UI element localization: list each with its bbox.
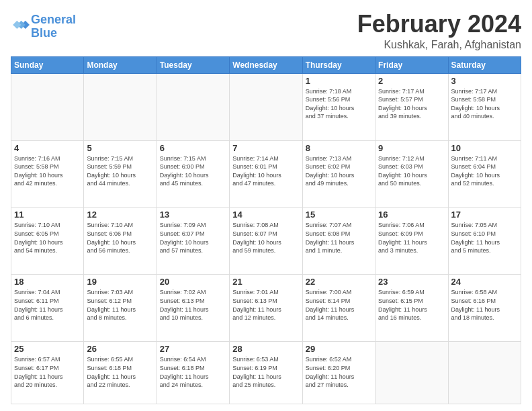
day-info: Sunrise: 7:15 AMSunset: 5:59 PMDaylight:… xyxy=(87,154,153,188)
table-row xyxy=(375,342,448,404)
calendar-week-0: 1Sunrise: 7:18 AMSunset: 5:56 PMDaylight… xyxy=(11,73,521,140)
day-number: 8 xyxy=(306,143,372,153)
table-row: 10Sunrise: 7:11 AMSunset: 6:04 PMDayligh… xyxy=(448,140,521,208)
table-row: 29Sunrise: 6:52 AMSunset: 6:20 PMDayligh… xyxy=(302,342,375,404)
calendar-week-4: 25Sunrise: 6:57 AMSunset: 6:17 PMDayligh… xyxy=(11,342,521,404)
table-row: 24Sunrise: 6:58 AMSunset: 6:16 PMDayligh… xyxy=(448,275,521,342)
calendar-week-3: 18Sunrise: 7:04 AMSunset: 6:11 PMDayligh… xyxy=(11,275,521,342)
calendar-week-1: 4Sunrise: 7:16 AMSunset: 5:58 PMDaylight… xyxy=(11,140,521,208)
day-info: Sunrise: 7:03 AMSunset: 6:12 PMDaylight:… xyxy=(87,288,153,322)
day-number: 19 xyxy=(87,277,153,287)
day-number: 27 xyxy=(160,344,226,354)
day-info: Sunrise: 7:12 AMSunset: 6:03 PMDaylight:… xyxy=(378,154,445,188)
day-info: Sunrise: 7:14 AMSunset: 6:01 PMDaylight:… xyxy=(232,154,299,188)
title-block: February 2024 Kushkak, Farah, Afghanista… xyxy=(357,11,521,51)
page: General Blue February 2024 Kushkak, Fara… xyxy=(0,0,532,411)
day-info: Sunrise: 6:53 AMSunset: 6:19 PMDaylight:… xyxy=(232,355,299,389)
table-row: 1Sunrise: 7:18 AMSunset: 5:56 PMDaylight… xyxy=(302,73,375,140)
logo-icon xyxy=(11,17,30,36)
table-row: 13Sunrise: 7:09 AMSunset: 6:07 PMDayligh… xyxy=(157,208,229,275)
day-info: Sunrise: 7:09 AMSunset: 6:07 PMDaylight:… xyxy=(160,221,226,255)
day-info: Sunrise: 6:57 AMSunset: 6:17 PMDaylight:… xyxy=(14,355,81,389)
table-row: 16Sunrise: 7:06 AMSunset: 6:09 PMDayligh… xyxy=(375,208,448,275)
day-info: Sunrise: 7:16 AMSunset: 5:58 PMDaylight:… xyxy=(14,154,81,188)
col-tuesday: Tuesday xyxy=(157,56,229,73)
table-row xyxy=(157,73,229,140)
logo-blue: Blue xyxy=(31,26,57,40)
table-row: 18Sunrise: 7:04 AMSunset: 6:11 PMDayligh… xyxy=(11,275,84,342)
day-number: 15 xyxy=(306,210,372,220)
calendar-table: Sunday Monday Tuesday Wednesday Thursday… xyxy=(11,56,521,404)
day-number: 4 xyxy=(14,143,81,153)
table-row: 14Sunrise: 7:08 AMSunset: 6:07 PMDayligh… xyxy=(230,208,302,275)
col-saturday: Saturday xyxy=(448,56,521,73)
table-row: 8Sunrise: 7:13 AMSunset: 6:02 PMDaylight… xyxy=(302,140,375,208)
day-info: Sunrise: 7:10 AMSunset: 6:06 PMDaylight:… xyxy=(87,221,153,255)
day-number: 24 xyxy=(451,277,518,287)
day-number: 20 xyxy=(160,277,226,287)
day-number: 5 xyxy=(87,143,153,153)
day-info: Sunrise: 6:59 AMSunset: 6:15 PMDaylight:… xyxy=(378,288,445,322)
day-info: Sunrise: 7:01 AMSunset: 6:13 PMDaylight:… xyxy=(232,288,299,322)
day-number: 1 xyxy=(306,76,372,86)
table-row: 15Sunrise: 7:07 AMSunset: 6:08 PMDayligh… xyxy=(302,208,375,275)
logo-text: General Blue xyxy=(31,13,76,40)
header: General Blue February 2024 Kushkak, Fara… xyxy=(11,11,521,51)
table-row: 12Sunrise: 7:10 AMSunset: 6:06 PMDayligh… xyxy=(84,208,157,275)
day-number: 3 xyxy=(451,76,518,86)
table-row: 28Sunrise: 6:53 AMSunset: 6:19 PMDayligh… xyxy=(230,342,302,404)
day-number: 14 xyxy=(232,210,299,220)
table-row: 4Sunrise: 7:16 AMSunset: 5:58 PMDaylight… xyxy=(11,140,84,208)
day-info: Sunrise: 6:55 AMSunset: 6:18 PMDaylight:… xyxy=(87,355,153,389)
day-info: Sunrise: 6:58 AMSunset: 6:16 PMDaylight:… xyxy=(451,288,518,322)
day-info: Sunrise: 7:17 AMSunset: 5:57 PMDaylight:… xyxy=(378,87,445,121)
day-number: 28 xyxy=(232,344,299,354)
day-number: 21 xyxy=(232,277,299,287)
day-info: Sunrise: 7:18 AMSunset: 5:56 PMDaylight:… xyxy=(306,87,372,121)
table-row: 20Sunrise: 7:02 AMSunset: 6:13 PMDayligh… xyxy=(157,275,229,342)
table-row: 7Sunrise: 7:14 AMSunset: 6:01 PMDaylight… xyxy=(230,140,302,208)
day-info: Sunrise: 7:13 AMSunset: 6:02 PMDaylight:… xyxy=(306,154,372,188)
calendar-week-2: 11Sunrise: 7:10 AMSunset: 6:05 PMDayligh… xyxy=(11,208,521,275)
day-number: 22 xyxy=(306,277,372,287)
day-number: 25 xyxy=(14,344,81,354)
col-thursday: Thursday xyxy=(302,56,375,73)
day-info: Sunrise: 7:00 AMSunset: 6:14 PMDaylight:… xyxy=(306,288,372,322)
table-row xyxy=(448,342,521,404)
day-number: 7 xyxy=(232,143,299,153)
table-row: 26Sunrise: 6:55 AMSunset: 6:18 PMDayligh… xyxy=(84,342,157,404)
location-title: Kushkak, Farah, Afghanistan xyxy=(357,39,521,51)
table-row: 19Sunrise: 7:03 AMSunset: 6:12 PMDayligh… xyxy=(84,275,157,342)
day-info: Sunrise: 7:07 AMSunset: 6:08 PMDaylight:… xyxy=(306,221,372,255)
table-row: 11Sunrise: 7:10 AMSunset: 6:05 PMDayligh… xyxy=(11,208,84,275)
table-row xyxy=(84,73,157,140)
day-number: 17 xyxy=(451,210,518,220)
day-number: 16 xyxy=(378,210,445,220)
table-row xyxy=(230,73,302,140)
month-title: February 2024 xyxy=(357,11,521,38)
day-info: Sunrise: 6:54 AMSunset: 6:18 PMDaylight:… xyxy=(160,355,226,389)
logo-general: General xyxy=(31,13,76,26)
col-wednesday: Wednesday xyxy=(230,56,302,73)
table-row: 22Sunrise: 7:00 AMSunset: 6:14 PMDayligh… xyxy=(302,275,375,342)
col-monday: Monday xyxy=(84,56,157,73)
day-number: 18 xyxy=(14,277,81,287)
day-info: Sunrise: 7:15 AMSunset: 6:00 PMDaylight:… xyxy=(160,154,226,188)
day-number: 11 xyxy=(14,210,81,220)
day-number: 23 xyxy=(378,277,445,287)
table-row: 23Sunrise: 6:59 AMSunset: 6:15 PMDayligh… xyxy=(375,275,448,342)
day-number: 10 xyxy=(451,143,518,153)
day-info: Sunrise: 7:08 AMSunset: 6:07 PMDaylight:… xyxy=(232,221,299,255)
table-row: 27Sunrise: 6:54 AMSunset: 6:18 PMDayligh… xyxy=(157,342,229,404)
table-row xyxy=(11,73,84,140)
day-info: Sunrise: 7:06 AMSunset: 6:09 PMDaylight:… xyxy=(378,221,445,255)
day-info: Sunrise: 7:04 AMSunset: 6:11 PMDaylight:… xyxy=(14,288,81,322)
table-row: 6Sunrise: 7:15 AMSunset: 6:00 PMDaylight… xyxy=(157,140,229,208)
day-number: 12 xyxy=(87,210,153,220)
logo: General Blue xyxy=(11,13,76,40)
day-info: Sunrise: 7:17 AMSunset: 5:58 PMDaylight:… xyxy=(451,87,518,121)
calendar-header-row: Sunday Monday Tuesday Wednesday Thursday… xyxy=(11,56,521,73)
table-row: 17Sunrise: 7:05 AMSunset: 6:10 PMDayligh… xyxy=(448,208,521,275)
day-number: 29 xyxy=(306,344,372,354)
day-info: Sunrise: 7:11 AMSunset: 6:04 PMDaylight:… xyxy=(451,154,518,188)
